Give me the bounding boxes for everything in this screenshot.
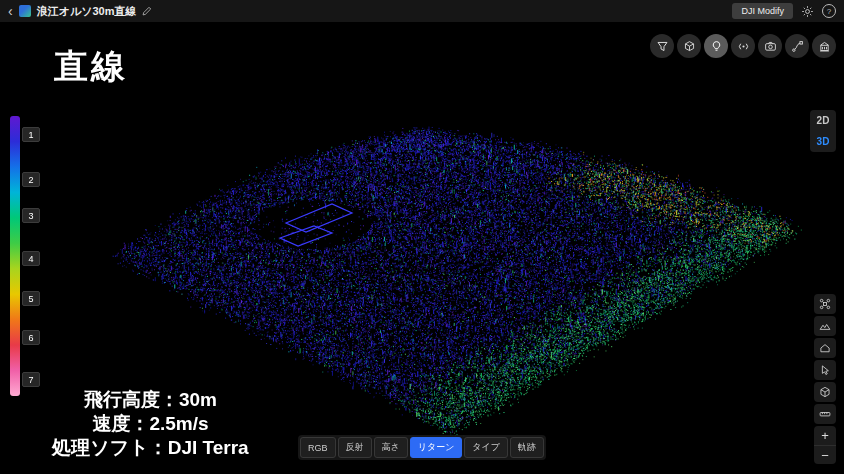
view-2d-button[interactable]: 2D [810, 110, 836, 131]
back-button[interactable]: ‹ [8, 4, 13, 18]
topbar-right: DJI Modify ? [732, 3, 836, 19]
help-icon[interactable]: ? [822, 4, 836, 18]
flight-info: 飛行高度：30m 速度：2.5m/s 処理ソフト：DJI Terra [38, 388, 263, 460]
color-legend: 1 2 3 4 5 6 7 [10, 116, 54, 398]
view-toggle: 2D 3D [810, 110, 836, 152]
render-mode-tabs: RGB 反射 高さ リターン タイプ 軌跡 [298, 435, 546, 460]
view-title: 直線 [54, 44, 128, 90]
project-title: 浪江オルソ30m直線 [37, 4, 137, 19]
topbar-left: ‹ 浪江オルソ30m直線 [8, 4, 152, 19]
tab-track[interactable]: 軌跡 [510, 437, 544, 458]
terrain-view-button[interactable] [814, 316, 836, 336]
clip-tool-button[interactable] [677, 34, 701, 58]
drone-view-button[interactable] [814, 294, 836, 314]
signal-tool-button[interactable] [731, 34, 755, 58]
dji-modify-button[interactable]: DJI Modify [732, 3, 793, 19]
tab-height[interactable]: 高さ [374, 437, 408, 458]
pointer-icon [819, 364, 831, 376]
zoom-in-button[interactable]: + [814, 426, 836, 445]
zoom-out-button[interactable]: − [814, 445, 836, 464]
legend-label-5: 5 [22, 291, 40, 306]
legend-label-4: 4 [22, 251, 40, 266]
funnel-icon [656, 40, 669, 53]
info-line-software: 処理ソフト：DJI Terra [38, 436, 263, 460]
project-thumbnail [19, 5, 31, 17]
tab-type[interactable]: タイプ [464, 437, 508, 458]
building-icon [818, 40, 831, 53]
legend-gradient-bar [10, 116, 20, 396]
broadcast-icon [737, 40, 750, 53]
legend-label-2: 2 [22, 172, 40, 187]
legend-label-3: 3 [22, 208, 40, 223]
filter-tool-button[interactable] [650, 34, 674, 58]
measure-tool-button[interactable] [814, 404, 836, 424]
drone-icon [819, 298, 831, 310]
model-tool-button[interactable] [812, 34, 836, 58]
edit-title-icon[interactable] [142, 6, 152, 16]
camera-icon [764, 40, 777, 53]
box-select-button[interactable] [814, 382, 836, 402]
ruler-icon [819, 408, 831, 420]
route-icon [791, 40, 804, 53]
view-3d-button[interactable]: 3D [810, 131, 836, 152]
info-line-altitude: 飛行高度：30m [38, 388, 263, 412]
tab-reflectivity[interactable]: 反射 [338, 437, 372, 458]
legend-label-7: 7 [22, 372, 40, 387]
info-line-speed: 速度：2.5m/s [38, 412, 263, 436]
topbar: ‹ 浪江オルソ30m直線 DJI Modify ? [0, 0, 844, 22]
flight-route-button[interactable] [785, 34, 809, 58]
zoom-control: + − [814, 426, 836, 464]
mountain-icon [819, 320, 831, 332]
tab-return[interactable]: リターン [410, 437, 463, 458]
camera-view-button[interactable] [758, 34, 782, 58]
pan-tool-button[interactable] [814, 360, 836, 380]
lightbulb-icon [710, 40, 723, 53]
cube-icon [819, 386, 831, 398]
house-icon [819, 342, 831, 354]
tab-rgb[interactable]: RGB [300, 437, 336, 458]
lighting-tool-button[interactable] [704, 34, 728, 58]
settings-gear-icon[interactable] [801, 5, 814, 18]
cube-icon [683, 40, 696, 53]
legend-label-6: 6 [22, 330, 40, 345]
side-toolbar [814, 294, 836, 424]
legend-label-1: 1 [22, 127, 40, 142]
home-view-button[interactable] [814, 338, 836, 358]
top-toolbar [650, 34, 836, 58]
